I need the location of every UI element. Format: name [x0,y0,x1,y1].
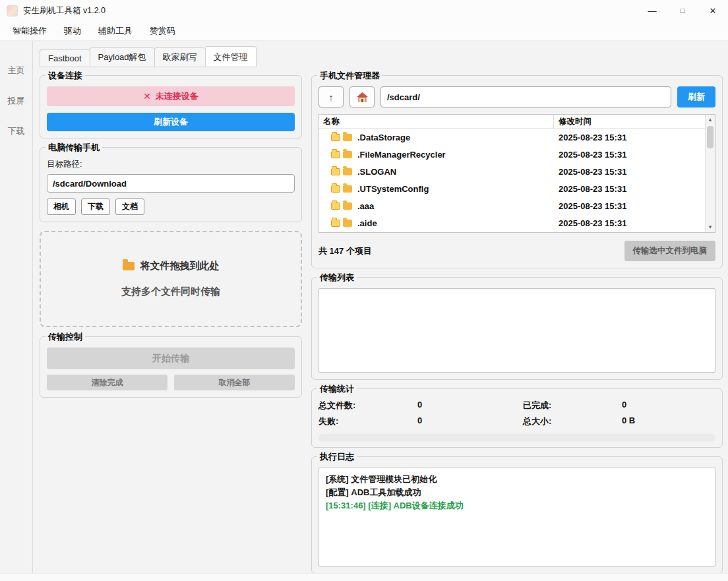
folder-icon [331,185,340,193]
maximize-button[interactable]: □ [667,0,698,21]
target-path-label: 目标路径: [47,159,295,170]
path-shortcuts: 相机 下载 文档 [47,199,295,215]
folder-icon [343,168,352,175]
table-row[interactable]: .aaa 2025-08-23 15:31 [319,197,715,214]
scroll-down-arrow-icon[interactable]: ▼ [706,222,715,232]
tab-payload-unpack[interactable]: Payload解包 [90,47,154,67]
file-drop-zone[interactable]: 将文件拖拽到此处 支持多个文件同时传输 [40,231,302,327]
drop-hint-text: 将文件拖拽到此处 [140,260,220,272]
vertical-scrollbar[interactable]: ▲ ▼ [705,115,715,232]
group-title: 传输统计 [317,383,357,395]
table-row[interactable]: .aide 2025-08-23 15:31 [319,214,715,231]
transfer-control-row: 清除完成 取消全部 [47,375,295,390]
shortcut-download-button[interactable]: 下载 [81,199,110,215]
target-path-input[interactable] [47,174,295,193]
log-line: [配置] ADB工具加载成功 [326,486,708,499]
item-count-label: 共 147 个项目 [318,245,372,257]
transfer-stats-group: 传输统计 总文件数: 0 已完成: 0 失败: 0 总大小: 0 B [311,388,723,448]
total-size-value: 0 B [622,415,715,427]
clear-completed-button[interactable]: 清除完成 [47,375,167,390]
tab-file-manager[interactable]: 文件管理 [205,46,257,67]
folder-icon [331,134,340,141]
window-controls: — □ ✕ [637,0,728,21]
side-nav: 主页 投屏 下载 [0,41,33,581]
group-title: 执行日志 [317,451,357,463]
device-status-label: 未连接设备 [156,90,198,102]
group-title: 传输控制 [46,331,85,343]
drop-hint-line1: 将文件拖拽到此处 [123,260,220,272]
file-modified: 2025-08-23 15:31 [559,150,626,160]
total-files-label: 总文件数: [318,400,417,412]
pc-to-phone-group: 电脑传输手机 目标路径: 相机 下载 文档 [40,147,302,222]
phone-file-manager-group: 手机文件管理器 ↑ 刷新 [311,75,723,268]
app-icon [7,5,18,16]
menu-bar: 智能操作 驱动 辅助工具 赞赏码 [0,21,728,41]
shortcut-camera-button[interactable]: 相机 [47,199,76,215]
table-row[interactable]: .SLOGAN 2025-08-23 15:31 [319,163,715,180]
device-status-button[interactable]: ✕ 未连接设备 [47,86,295,106]
tab-fastboot[interactable]: Fastboot [40,49,90,67]
table-row[interactable]: .FileManagerRecycler 2025-08-23 15:31 [319,146,715,163]
table-row[interactable]: .DataStorage 2025-08-23 15:31 [319,129,715,146]
right-column: 手机文件管理器 ↑ 刷新 [311,75,723,581]
scroll-up-arrow-icon[interactable]: ▲ [706,115,715,125]
file-table-header: 名称 修改时间 [319,115,715,129]
close-button[interactable]: ✕ [698,0,728,21]
transfer-control-group: 传输控制 开始传输 清除完成 取消全部 [40,336,302,398]
title-bar: 安生刷机工具箱 v1.2.0 — □ ✕ [0,0,728,21]
disconnected-x-icon: ✕ [143,91,151,102]
menu-item-driver[interactable]: 驱动 [55,22,90,40]
group-title: 电脑传输手机 [46,142,102,154]
file-modified: 2025-08-23 15:31 [559,133,626,142]
completed-label: 已完成: [523,400,622,412]
total-size-label: 总大小: [523,415,622,427]
folder-icon [331,151,340,158]
column-header-modified[interactable]: 修改时间 [554,115,705,128]
file-manager-pane: 设备连接 ✕ 未连接设备 刷新设备 电脑传输手机 目标路径: 相机 下载 文档 [40,75,723,581]
folder-icon [343,220,352,227]
transfer-selected-to-pc-button[interactable]: 传输选中文件到电脑 [624,241,716,261]
cancel-all-button[interactable]: 取消全部 [174,375,295,390]
file-name: .SLOGAN [357,167,396,177]
file-manager-toolbar: ↑ 刷新 [318,86,715,107]
menu-item-donate-code[interactable]: 赞赏码 [141,22,184,40]
folder-icon [123,262,135,270]
sidebar-item-screencast[interactable]: 投屏 [8,95,25,107]
main-area: 主页 投屏 下载 Fastboot Payload解包 欧家刷写 文件管理 设备… [0,41,728,581]
start-transfer-button[interactable]: 开始传输 [47,348,295,369]
tab-oujia-flash[interactable]: 欧家刷写 [154,47,205,67]
folder-icon [331,168,340,175]
transfer-progress-bar [318,434,715,442]
column-header-name[interactable]: 名称 [319,115,554,128]
scrollbar-thumb[interactable] [707,126,713,148]
folder-icon [343,185,352,193]
sidebar-item-download[interactable]: 下载 [8,125,25,137]
file-name: .aaa [357,201,374,211]
file-name: .FileManagerRecycler [357,150,446,160]
log-line: [系统] 文件管理模块已初始化 [326,473,708,486]
folder-icon [331,202,340,210]
transfer-list-panel [318,288,715,373]
execution-log-group: 执行日志 [系统] 文件管理模块已初始化 [配置] ADB工具加载成功 [15:… [311,456,723,574]
file-modified: 2025-08-23 15:31 [559,167,626,177]
menu-item-auxiliary-tools[interactable]: 辅助工具 [90,22,141,40]
shortcut-documents-button[interactable]: 文档 [115,199,144,215]
transfer-list-group: 传输列表 [311,277,723,380]
menu-item-smart-operations[interactable]: 智能操作 [4,22,55,40]
content-area: Fastboot Payload解包 欧家刷写 文件管理 设备连接 ✕ 未连接设… [33,41,728,581]
log-line: [15:31:46] [连接] ADB设备连接成功 [326,499,708,512]
sidebar-item-home[interactable]: 主页 [8,65,25,76]
stats-grid: 总文件数: 0 已完成: 0 失败: 0 总大小: 0 B [318,398,715,427]
file-manager-footer: 共 147 个项目 传输选中文件到电脑 [318,241,715,261]
refresh-device-button[interactable]: 刷新设备 [47,113,295,131]
refresh-file-list-button[interactable]: 刷新 [677,86,715,107]
group-title: 手机文件管理器 [317,70,382,82]
home-directory-button[interactable] [349,86,375,107]
horizontal-scrollbar[interactable] [0,573,728,581]
completed-value: 0 [622,400,715,412]
folder-icon [343,151,352,158]
up-directory-button[interactable]: ↑ [318,86,344,107]
minimize-button[interactable]: — [637,0,667,21]
table-row[interactable]: .UTSystemConfig 2025-08-23 15:31 [319,180,715,197]
current-path-input[interactable] [380,86,671,107]
